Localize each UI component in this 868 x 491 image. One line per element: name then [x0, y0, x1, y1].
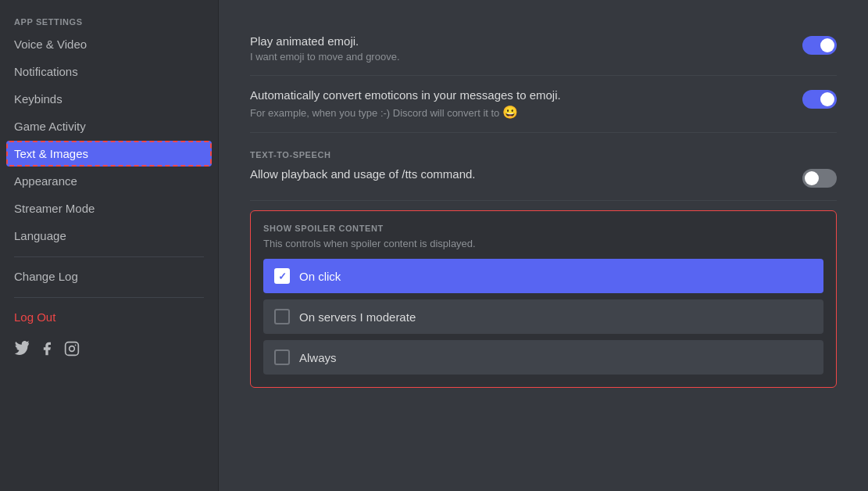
sidebar-item-text-images[interactable]: Text & Images [6, 141, 212, 167]
spoiler-checkbox-on-click [274, 268, 290, 284]
svg-rect-0 [66, 342, 79, 356]
setting-animated-emoji: Play animated emoji. I want emoji to mov… [250, 22, 837, 76]
spoiler-option-on-servers[interactable]: On servers I moderate [263, 299, 823, 334]
sidebar-item-change-log[interactable]: Change Log [6, 263, 212, 289]
sidebar-divider-2 [14, 297, 204, 298]
setting-convert-emoticons: Automatically convert emoticons in your … [250, 76, 837, 133]
animated-emoji-desc: I want emoji to move and groove. [250, 51, 790, 63]
sidebar-item-game-activity[interactable]: Game Activity [6, 113, 212, 139]
spoiler-box-title: Show Spoiler Content [263, 224, 823, 233]
sidebar-item-streamer-mode[interactable]: Streamer Mode [6, 195, 212, 221]
setting-tts: Text-to-Speech Allow playback and usage … [250, 133, 837, 201]
sidebar-section-label: App Settings [6, 13, 212, 30]
svg-point-2 [75, 345, 77, 346]
sidebar-item-notifications[interactable]: Notifications [6, 59, 212, 84]
social-links [6, 335, 212, 366]
convert-emoticons-toggle[interactable] [802, 90, 837, 109]
spoiler-checkbox-always [274, 349, 290, 365]
sidebar-item-voice-video[interactable]: Voice & Video [6, 31, 212, 57]
sidebar-item-language[interactable]: Language [6, 223, 212, 249]
spoiler-label-on-servers: On servers I moderate [299, 310, 416, 324]
spoiler-label-on-click: On click [299, 270, 341, 283]
spoiler-option-on-click[interactable]: On click [263, 259, 823, 293]
convert-emoticons-desc: For example, when you type :-) Discord w… [250, 105, 790, 120]
sidebar-divider-1 [14, 256, 204, 257]
sidebar-item-keybinds[interactable]: Keybinds [6, 86, 212, 112]
spoiler-option-always[interactable]: Always [263, 340, 823, 375]
tts-toggle[interactable] [802, 169, 837, 188]
tts-section-label: Text-to-Speech [250, 150, 837, 159]
animated-emoji-toggle[interactable] [802, 36, 837, 55]
sidebar: App Settings Voice & Video Notifications… [0, 0, 219, 491]
spoiler-box-desc: This controls when spoiler content is di… [263, 238, 823, 249]
emoji-smiley: 😀 [502, 106, 518, 119]
convert-emoticons-title: Automatically convert emoticons in your … [250, 88, 790, 102]
svg-point-1 [70, 346, 75, 352]
facebook-icon[interactable] [39, 341, 55, 360]
sidebar-item-log-out[interactable]: Log Out [6, 304, 212, 330]
tts-title: Allow playback and usage of /tts command… [250, 167, 790, 181]
instagram-icon[interactable] [64, 341, 80, 360]
animated-emoji-title: Play animated emoji. [250, 34, 790, 48]
spoiler-content-box: Show Spoiler Content This controls when … [250, 210, 837, 388]
main-content: Play animated emoji. I want emoji to mov… [219, 0, 868, 491]
spoiler-checkbox-on-servers [274, 309, 290, 324]
sidebar-item-appearance[interactable]: Appearance [6, 168, 212, 194]
twitter-icon[interactable] [14, 341, 30, 360]
spoiler-label-always: Always [299, 351, 337, 364]
